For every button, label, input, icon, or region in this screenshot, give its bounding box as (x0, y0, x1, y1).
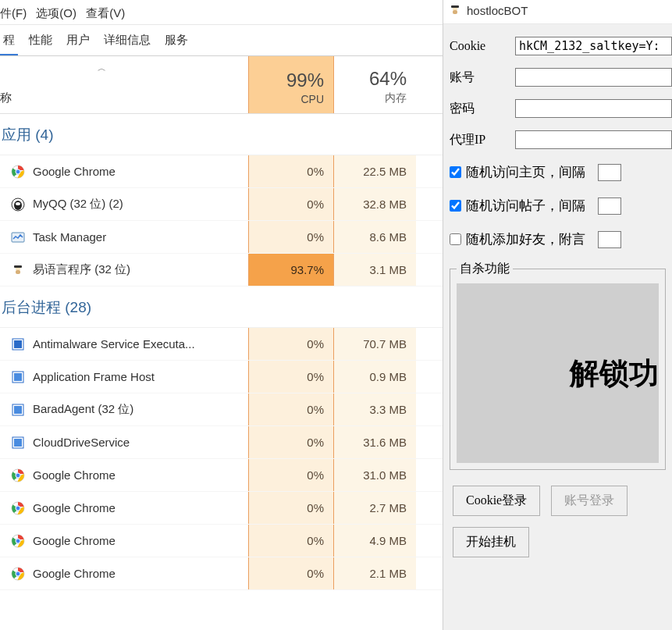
process-name: Google Chrome (33, 468, 116, 482)
random-friend-label: 随机添加好友，附言 (466, 230, 585, 248)
random-post-checkbox[interactable] (450, 200, 461, 212)
cpu-value: 0% (248, 361, 334, 393)
chrome-icon (11, 165, 25, 179)
proxy-input[interactable] (515, 130, 672, 149)
account-login-button[interactable]: 账号登录 (551, 486, 628, 516)
mem-value: 31.0 MB (334, 459, 416, 491)
taskmgr-icon (11, 230, 25, 244)
table-row[interactable]: MyQQ (32 位) (2)0%32.8 MB (0, 188, 443, 221)
process-name: Application Frame Host (33, 370, 155, 383)
mem-value: 2.7 MB (334, 492, 416, 524)
column-name[interactable]: 称 (0, 91, 12, 105)
svg-rect-17 (14, 439, 22, 447)
mem-value: 2.1 MB (334, 557, 416, 589)
menu-bar: 件(F) 选项(O) 查看(V) (0, 0, 443, 25)
password-label: 密码 (450, 101, 515, 117)
table-row[interactable]: Antimalware Service Executa...0%70.7 MB (0, 328, 443, 361)
mem-value: 3.3 MB (334, 393, 416, 425)
cookie-label: Cookie (450, 39, 515, 53)
password-input[interactable] (515, 99, 672, 118)
svg-rect-31 (453, 10, 457, 14)
menu-view[interactable]: 查看(V) (86, 6, 125, 20)
table-row[interactable]: Google Chrome0%2.7 MB (0, 492, 443, 525)
cpu-value: 0% (248, 155, 334, 187)
mem-value: 3.1 MB (334, 254, 416, 286)
table-row[interactable]: Application Frame Host0%0.9 MB (0, 361, 443, 393)
random-home-checkbox[interactable] (450, 166, 461, 178)
column-memory[interactable]: 64% 内存 (334, 56, 416, 113)
table-row[interactable]: Google Chrome0%2.1 MB (0, 557, 443, 590)
cookie-login-button[interactable]: Cookie登录 (453, 486, 540, 516)
tab-processes[interactable]: 程 (0, 28, 18, 55)
post-interval-input[interactable] (598, 198, 621, 215)
unlock-label: 解锁功 (570, 354, 659, 393)
column-headers: ︿ 称 99% CPU 64% 内存 (0, 56, 443, 114)
table-row[interactable]: Google Chrome0%31.0 MB (0, 459, 443, 492)
cpu-label: CPU (249, 93, 324, 105)
cpu-value: 0% (248, 328, 334, 360)
column-cpu[interactable]: 99% CPU (248, 56, 334, 113)
table-row[interactable]: BaradAgent (32 位)0%3.3 MB (0, 393, 443, 426)
process-name: Antimalware Service Executa... (33, 337, 195, 351)
unlock-box[interactable]: 解锁功 (457, 283, 659, 463)
account-input[interactable] (515, 68, 672, 87)
table-row[interactable]: Google Chrome0%22.5 MB (0, 155, 443, 188)
cpu-value: 93.7% (248, 254, 334, 286)
myqq-icon (11, 198, 25, 212)
cpu-value: 0% (248, 525, 334, 557)
process-name: Google Chrome (33, 165, 116, 178)
process-name: Task Manager (33, 230, 106, 244)
random-friend-checkbox[interactable] (450, 233, 461, 245)
svg-rect-8 (16, 270, 20, 274)
mem-percent: 64% (334, 68, 407, 90)
tab-details[interactable]: 详细信息 (101, 28, 154, 55)
suicide-fieldset: 自杀功能 解锁功 (450, 261, 666, 470)
proxy-label: 代理IP (450, 132, 515, 148)
svg-rect-13 (14, 373, 22, 381)
menu-file[interactable]: 件(F) (0, 6, 27, 20)
random-home-label: 随机访问主页，间隔 (466, 163, 585, 181)
section-header[interactable]: 后台进程 (28) (0, 287, 443, 328)
cpu-value: 0% (248, 426, 334, 458)
app-icon (448, 3, 462, 17)
mem-value: 70.7 MB (334, 328, 416, 360)
table-row[interactable]: 易语言程序 (32 位)93.7%3.1 MB (0, 254, 443, 287)
process-name: CloudDriveService (33, 436, 130, 449)
svg-point-20 (16, 473, 20, 478)
cpu-value: 0% (248, 557, 334, 589)
titlebar: hostlocBOT (443, 0, 672, 24)
tab-users[interactable]: 用户 (63, 28, 93, 55)
table-row[interactable]: Task Manager0%8.6 MB (0, 221, 443, 254)
cpu-value: 0% (248, 188, 334, 220)
cpu-value: 0% (248, 221, 334, 253)
cookie-input[interactable] (515, 37, 672, 55)
cpu-value: 0% (248, 459, 334, 491)
process-name: MyQQ (32 位) (2) (33, 197, 123, 212)
process-name: BaradAgent (32 位) (33, 402, 133, 417)
svg-rect-9 (14, 265, 22, 268)
app-icon (11, 436, 25, 450)
mem-value: 8.6 MB (334, 221, 416, 253)
home-interval-input[interactable] (598, 164, 621, 181)
process-name: Google Chrome (33, 567, 116, 580)
process-name: 易语言程序 (32 位) (33, 262, 130, 277)
friend-note-input[interactable] (598, 231, 621, 248)
account-label: 账号 (450, 69, 515, 86)
section-header[interactable]: 应用 (4) (0, 114, 443, 155)
table-row[interactable]: CloudDriveService0%31.6 MB (0, 426, 443, 459)
start-button[interactable]: 开始挂机 (453, 527, 529, 557)
hostlocbot-window: hostlocBOT Cookie 账号 密码 代理IP 随机访问主页，间隔 (443, 0, 672, 630)
chrome-icon (11, 534, 25, 548)
svg-point-5 (16, 202, 20, 205)
tab-services[interactable]: 服务 (162, 28, 191, 55)
mem-value: 4.9 MB (334, 525, 416, 557)
process-name: Google Chrome (33, 534, 116, 547)
menu-options[interactable]: 选项(O) (36, 6, 76, 20)
mem-value: 31.6 MB (334, 426, 416, 458)
tab-performance[interactable]: 性能 (26, 28, 55, 55)
table-row[interactable]: Google Chrome0%4.9 MB (0, 525, 443, 557)
eyuyan-icon (11, 263, 25, 277)
random-post-label: 随机访问帖子，间隔 (466, 197, 585, 215)
process-name: Google Chrome (33, 501, 116, 514)
fieldset-legend: 自杀功能 (457, 261, 513, 277)
